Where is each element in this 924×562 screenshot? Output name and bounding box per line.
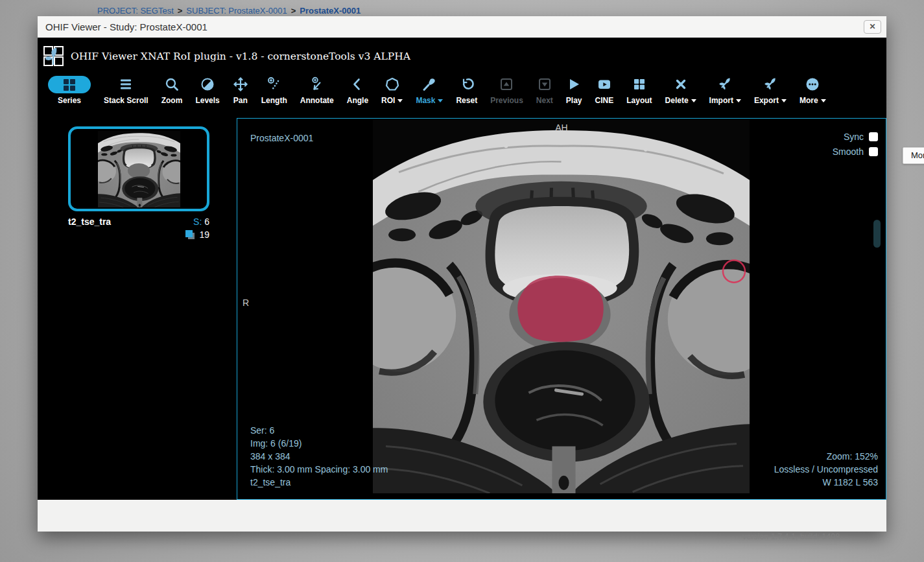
window-titlebar: OHIF Viewer - Study: ProstateX-0001 ✕ [38,16,886,38]
overlay-line: Ser: 6 [250,424,388,437]
series-thumbnail[interactable] [68,126,209,211]
caret-down-icon [397,99,403,102]
tool-pan[interactable]: Pan [226,75,255,105]
tool-label: ROI [381,96,403,105]
viewer-root: OHIF Viewer XNAT RoI plugin - v1.8 - cor… [38,38,886,500]
tool-angle[interactable]: Angle [340,75,375,105]
tool-label: Next [536,96,553,105]
previous-icon [499,75,514,93]
overlay-line: W 1182 L 563 [774,476,878,489]
series-number: S: 6 [193,217,209,227]
tool-annotate[interactable]: Annotate [294,75,340,105]
tool-delete[interactable]: Delete [659,75,703,105]
version-text: version 1.7.4.1, build: 1408 [742,532,840,541]
brand-header: OHIF Viewer XNAT RoI plugin - v1.8 - cor… [43,46,410,66]
overlay-line: Thick: 3.00 mm Spacing: 3.00 mm [250,463,388,476]
zoom-icon [164,75,180,93]
tool-label: Levels [195,96,219,105]
roi-icon [385,75,400,93]
next-icon [537,75,552,93]
overlay-patient-id: ProstateX-0001 [250,133,313,143]
tool-more[interactable]: More [793,75,833,105]
tool-label: Layout [626,96,652,105]
tool-import[interactable]: Import [703,75,748,105]
breadcrumb-link-project-segtest[interactable]: PROJECT: SEGTest [97,6,174,16]
thumbnail-mri-image [98,131,180,207]
tool-export[interactable]: Export [748,75,793,105]
reset-icon [459,75,475,93]
series-sidebar: t2_tse_tra S: 6 19 [38,118,237,500]
annotate-icon [309,75,325,93]
modal-bottom-bar [38,500,886,532]
overlay-line: Img: 6 (6/19) [250,437,388,450]
tool-length[interactable]: Length [255,75,294,105]
smooth-checkbox[interactable] [869,147,878,156]
angle-icon [349,75,365,93]
tool-label: Play [566,96,582,105]
ohif-logo-icon [43,46,64,66]
tool-roi[interactable]: ROI [375,75,409,105]
toggle-sync: Sync [833,132,878,142]
plugin-title: OHIF Viewer XNAT RoI plugin - v1.8 - cor… [71,51,410,62]
tool-play[interactable]: Play [560,75,589,105]
tool-label: Pan [233,96,248,105]
levels-icon [200,75,215,93]
series-info: t2_tse_tra S: 6 19 [68,217,209,240]
viewport-toggles: SyncSmooth [833,132,878,161]
overlay-line: 384 x 384 [250,450,388,463]
xnat-export-icon [763,75,778,93]
stack-scroll-icon [118,75,134,93]
caret-down-icon [438,99,443,102]
tool-cine[interactable]: CINE [589,75,621,105]
tool-series[interactable]: Series [41,75,97,105]
more-icon [805,75,820,93]
stack-scrollbar[interactable] [873,220,881,248]
pan-icon [233,75,248,93]
tool-previous: Previous [484,75,530,105]
tool-label: Reset [456,96,477,105]
tool-mask[interactable]: Mask [409,75,449,105]
ohif-viewer-window: OHIF Viewer - Study: ProstateX-0001 ✕ OH… [38,16,886,532]
play-icon [566,75,582,93]
caret-down-icon [691,99,696,102]
tool-label: More [800,96,826,105]
tool-reset[interactable]: Reset [449,75,484,105]
close-icon[interactable]: ✕ [864,20,881,34]
tool-layout[interactable]: Layout [620,75,658,105]
overlay-line: Zoom: 152% [774,450,878,463]
tool-label: Delete [665,96,696,105]
series-grid-icon [48,76,91,93]
tool-label: Stack Scroll [104,96,148,105]
frames-stack-icon [185,230,195,239]
overlay-line: Lossless / Uncompressed [774,463,878,476]
series-name: t2_tse_tra [68,217,111,227]
tool-label: CINE [595,96,614,105]
tool-label: Length [261,96,287,105]
breadcrumb-separator: > [178,6,183,16]
tool-label: Angle [347,96,368,105]
orientation-marker-left: R [243,298,249,308]
caret-down-icon [821,99,826,102]
breadcrumb-link-subject-prostatex-0001[interactable]: SUBJECT: ProstateX-0001 [186,6,287,16]
sync-checkbox[interactable] [869,132,878,141]
breadcrumb: PROJECT: SEGTest>SUBJECT: ProstateX-0001… [97,6,361,16]
overlay-bottom-left: Ser: 6Img: 6 (6/19)384 x 384Thick: 3.00 … [250,424,388,489]
roi-mask-overlay [517,275,603,342]
tool-zoom[interactable]: Zoom [155,75,189,105]
toggle-smooth: Smooth [833,146,878,157]
breadcrumb-link-prostatex-0001[interactable]: ProstateX-0001 [300,6,361,16]
active-viewport[interactable]: ProstateX-0001 AH R SyncSmooth Ser: 6Img… [237,118,886,500]
tool-levels[interactable]: Levels [189,75,226,105]
tool-label: Annotate [300,96,334,105]
toggle-label: Smooth [833,146,864,157]
frame-count: 19 [199,229,209,240]
tool-label: Mask [416,96,443,105]
caret-down-icon [736,99,741,102]
tool-next: Next [530,75,560,105]
orientation-marker-top: AH [237,123,886,133]
mask-icon [421,75,437,93]
tool-stack-scroll[interactable]: Stack Scroll [97,75,155,105]
more-tooltip: More [903,147,924,164]
tool-label: Previous [490,96,523,105]
breadcrumb-separator: > [291,6,296,16]
